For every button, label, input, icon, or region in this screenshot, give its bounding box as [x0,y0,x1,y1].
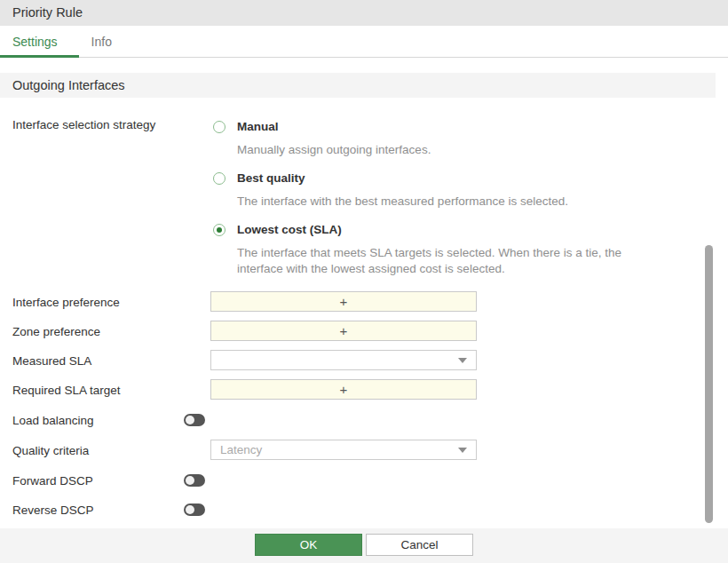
toggle-knob-icon [186,505,194,514]
measured-sla-select[interactable] [210,350,477,370]
radio-option-description: Manually assign outgoing interfaces. [237,142,650,158]
add-icon: + [340,382,348,397]
tab-info[interactable]: Info [79,26,126,58]
dialog-title: Priority Rule [0,0,728,26]
radio-icon[interactable] [213,224,226,236]
radio-row[interactable]: Best quality [213,171,675,186]
dialog-footer: OK Cancel [0,528,728,563]
toggle-knob-icon [186,476,194,485]
tab-bar: Settings Info [0,26,728,58]
reverse-dscp-label: Reverse DSCP [12,504,94,517]
radio-row[interactable]: Lowest cost (SLA) [213,223,675,237]
radio-option-best-quality[interactable]: Best quality The interface with the best… [213,171,675,210]
toggle-knob-icon [186,416,194,424]
priority-rule-dialog: Priority Rule Settings Info Outgoing Int… [0,0,728,563]
forward-dscp-label: Forward DSCP [12,474,93,488]
tab-settings[interactable]: Settings [0,26,79,58]
chevron-down-icon [458,448,467,453]
radio-option-label: Manual [237,120,279,134]
interface-preference-add-button[interactable]: + [210,291,477,312]
load-balancing-label: Load balancing [12,414,94,427]
add-icon: + [340,294,348,309]
zone-preference-label: Zone preference [12,325,100,338]
radio-icon[interactable] [213,172,226,185]
scrollbar-thumb[interactable] [705,245,713,523]
forward-dscp-toggle[interactable] [184,474,205,487]
chevron-down-icon [458,358,467,363]
radio-option-lowest-cost-sla[interactable]: Lowest cost (SLA) The interface that mee… [213,223,675,277]
required-sla-target-label: Required SLA target [12,384,121,397]
radio-row[interactable]: Manual [213,120,675,134]
section-outgoing-interfaces: Outgoing Interfaces [0,73,716,98]
interface-selection-strategy-label: Interface selection strategy [12,118,155,131]
radio-option-description: The interface with the best measured per… [237,194,650,210]
radio-option-manual[interactable]: Manual Manually assign outgoing interfac… [213,120,675,158]
quality-criteria-select[interactable]: Latency [210,440,477,460]
quality-criteria-value: Latency [220,443,458,456]
add-icon: + [340,323,348,338]
radio-option-label: Best quality [237,171,305,186]
ok-button[interactable]: OK [255,534,362,556]
cancel-button[interactable]: Cancel [366,534,473,556]
radio-option-description: The interface that meets SLA targets is … [237,245,650,277]
reverse-dscp-toggle[interactable] [184,504,205,516]
interface-preference-label: Interface preference [12,296,120,309]
measured-sla-label: Measured SLA [12,354,91,368]
required-sla-target-add-button[interactable]: + [210,379,477,400]
quality-criteria-label: Quality criteria [12,444,89,457]
radio-option-label: Lowest cost (SLA) [237,223,342,237]
radio-icon[interactable] [213,121,226,133]
zone-preference-add-button[interactable]: + [210,321,477,341]
load-balancing-toggle[interactable] [184,414,205,426]
